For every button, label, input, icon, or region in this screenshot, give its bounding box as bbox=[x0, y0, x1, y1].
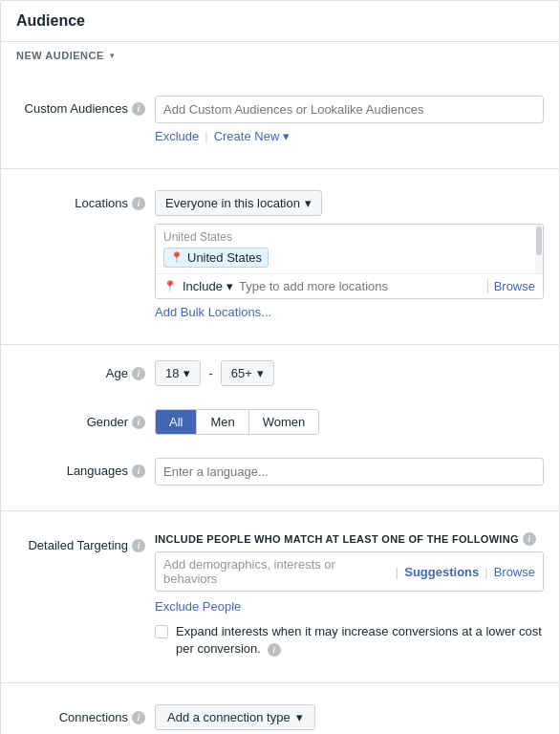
custom-audiences-row: Custom Audiences i Exclude | Create New … bbox=[1, 90, 559, 149]
create-new-label: Create New bbox=[214, 129, 280, 143]
location-box: United States 📍 United States 📍 Include bbox=[155, 224, 544, 299]
gender-info-icon[interactable]: i bbox=[132, 416, 145, 429]
languages-section: Languages i bbox=[1, 448, 559, 511]
location-browse-link[interactable]: Browse bbox=[487, 279, 535, 293]
include-label: Include bbox=[183, 279, 223, 293]
gender-section: Gender i All Men Women bbox=[1, 399, 559, 448]
languages-input[interactable] bbox=[155, 458, 544, 486]
gender-row: Gender i All Men Women bbox=[1, 403, 559, 441]
age-max-dropdown[interactable]: 65+ ▾ bbox=[221, 360, 274, 386]
exclude-link[interactable]: Exclude bbox=[155, 129, 199, 143]
expand-interests-row: Expand interests when it may increase co… bbox=[155, 623, 544, 658]
languages-label: Languages bbox=[67, 464, 128, 478]
location-controls-pin-icon: 📍 bbox=[163, 280, 177, 292]
gender-label-container: Gender i bbox=[16, 409, 155, 429]
add-connection-btn[interactable]: Add a connection type ▾ bbox=[155, 704, 315, 730]
age-content: 18 ▾ - 65+ ▾ bbox=[155, 360, 544, 386]
expand-interests-text: Expand interests when it may increase co… bbox=[176, 623, 544, 658]
gender-women-btn[interactable]: Women bbox=[249, 410, 319, 434]
languages-content bbox=[155, 458, 544, 486]
age-row: Age i 18 ▾ - 65+ ▾ bbox=[1, 355, 559, 392]
custom-audiences-label: Custom Audiences bbox=[25, 101, 128, 116]
gender-content: All Men Women bbox=[155, 409, 544, 435]
expand-text-content: Expand interests when it may increase co… bbox=[176, 624, 542, 656]
include-dropdown[interactable]: Include ▾ bbox=[183, 279, 233, 293]
gender-all-btn[interactable]: All bbox=[156, 410, 197, 434]
expand-interests-checkbox[interactable] bbox=[155, 625, 168, 638]
suggestions-link[interactable]: Suggestions bbox=[404, 565, 479, 579]
detailed-include-info-icon[interactable]: i bbox=[523, 532, 536, 546]
locations-label-container: Locations i bbox=[16, 190, 155, 210]
locations-dropdown-arrow: ▾ bbox=[305, 196, 312, 210]
age-min-dropdown[interactable]: 18 ▾ bbox=[155, 360, 201, 386]
detailed-targeting-label-container: Detailed Targeting i bbox=[16, 532, 155, 552]
age-label: Age bbox=[106, 366, 128, 380]
detailed-targeting-content: INCLUDE people who match at least ONE of… bbox=[155, 532, 544, 658]
age-min-value: 18 bbox=[165, 366, 179, 380]
new-audience-label: NEW AUDIENCE bbox=[16, 50, 104, 61]
connections-row: Connections i Add a connection type ▾ bbox=[1, 699, 559, 734]
age-dash: - bbox=[208, 366, 212, 380]
detailed-targeting-row: Detailed Targeting i INCLUDE people who … bbox=[1, 527, 559, 663]
add-connection-arrow: ▾ bbox=[296, 710, 303, 724]
scrollbar-thumb bbox=[536, 227, 542, 255]
connections-section: Connections i Add a connection type ▾ bbox=[1, 683, 559, 734]
location-tag-text: United States bbox=[187, 250, 262, 265]
location-tag: 📍 United States bbox=[163, 248, 269, 268]
create-new-arrow: ▾ bbox=[283, 129, 290, 143]
detailed-input-box: Add demographics, interests or behaviors… bbox=[155, 551, 544, 592]
custom-audiences-section: Custom Audiences i Exclude | Create New … bbox=[1, 75, 559, 169]
add-bulk-link[interactable]: Add Bulk Locations... bbox=[155, 305, 544, 319]
age-controls: 18 ▾ - 65+ ▾ bbox=[155, 360, 544, 386]
custom-audiences-info-icon[interactable]: i bbox=[132, 102, 145, 116]
page-title: Audience bbox=[1, 1, 559, 42]
pipe1: | bbox=[396, 565, 398, 579]
gender-label: Gender bbox=[87, 415, 128, 429]
custom-audiences-link-row: Exclude | Create New ▾ bbox=[155, 129, 544, 143]
exclude-people-link[interactable]: Exclude People bbox=[155, 599, 241, 614]
detailed-include-note: INCLUDE people who match at least ONE of… bbox=[155, 533, 519, 545]
languages-row: Languages i bbox=[1, 452, 559, 491]
connections-label-container: Connections i bbox=[16, 704, 155, 724]
age-max-arrow: ▾ bbox=[257, 366, 264, 380]
locations-content: Everyone in this location ▾ United State… bbox=[155, 190, 544, 319]
age-max-value: 65+ bbox=[231, 366, 252, 380]
age-label-container: Age i bbox=[16, 360, 155, 380]
connections-content: Add a connection type ▾ bbox=[155, 704, 544, 730]
locations-dropdown-btn[interactable]: Everyone in this location ▾ bbox=[155, 190, 322, 216]
scrollbar-track bbox=[535, 225, 543, 273]
location-hint-text: United States bbox=[163, 230, 535, 244]
location-search-area: United States 📍 United States bbox=[156, 225, 543, 274]
locations-label: Locations bbox=[75, 196, 128, 210]
custom-audiences-label-container: Custom Audiences i bbox=[16, 96, 155, 116]
detailed-targeting-label: Detailed Targeting bbox=[28, 538, 128, 552]
expand-interests-info-icon[interactable]: i bbox=[268, 643, 281, 657]
gender-toggle-group: All Men Women bbox=[155, 409, 319, 435]
custom-audiences-content: Exclude | Create New ▾ bbox=[155, 96, 544, 143]
age-info-icon[interactable]: i bbox=[132, 367, 145, 380]
pipe2: | bbox=[485, 565, 487, 579]
new-audience-header[interactable]: NEW AUDIENCE ▾ bbox=[1, 42, 559, 75]
link-divider: | bbox=[205, 129, 207, 143]
locations-section: Locations i Everyone in this location ▾ … bbox=[1, 169, 559, 345]
languages-info-icon[interactable]: i bbox=[132, 464, 145, 478]
location-controls: 📍 Include ▾ Browse bbox=[156, 274, 543, 298]
locations-dropdown-label: Everyone in this location bbox=[165, 196, 300, 210]
connections-info-icon[interactable]: i bbox=[132, 711, 145, 724]
gender-men-btn[interactable]: Men bbox=[197, 410, 248, 434]
new-audience-dropdown-arrow: ▾ bbox=[110, 51, 115, 60]
create-new-link[interactable]: Create New ▾ bbox=[214, 129, 290, 143]
custom-audiences-input[interactable] bbox=[155, 96, 544, 123]
age-section: Age i 18 ▾ - 65+ ▾ bbox=[1, 345, 559, 399]
detailed-input-placeholder: Add demographics, interests or behaviors bbox=[163, 557, 390, 586]
include-arrow: ▾ bbox=[226, 279, 233, 293]
detailed-targeting-section: Detailed Targeting i INCLUDE people who … bbox=[1, 511, 559, 683]
languages-label-container: Languages i bbox=[16, 458, 155, 478]
connections-label: Connections bbox=[59, 710, 128, 724]
location-type-input[interactable] bbox=[239, 279, 482, 293]
detailed-browse-link[interactable]: Browse bbox=[494, 565, 535, 579]
detailed-targeting-info-icon[interactable]: i bbox=[132, 539, 145, 552]
locations-row: Locations i Everyone in this location ▾ … bbox=[1, 184, 559, 325]
locations-info-icon[interactable]: i bbox=[132, 197, 145, 210]
location-pin-icon: 📍 bbox=[170, 251, 183, 264]
